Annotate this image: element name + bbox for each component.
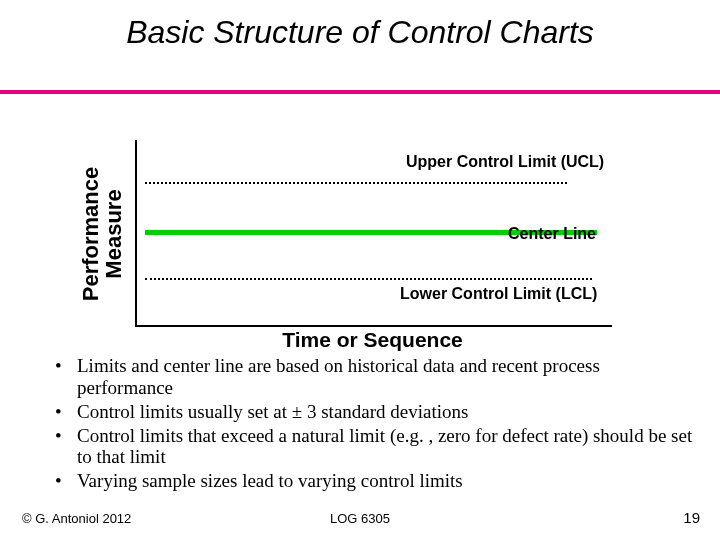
list-item: • Varying sample sizes lead to varying c… xyxy=(55,470,695,492)
bullet-icon: • xyxy=(55,401,77,423)
y-axis-label-line2: Measure xyxy=(102,167,125,302)
list-item: • Control limits that exceed a natural l… xyxy=(55,425,695,469)
list-item: • Control limits usually set at ± 3 stan… xyxy=(55,401,695,423)
lcl-label: Lower Control Limit (LCL) xyxy=(400,285,597,303)
bullet-text: Control limits usually set at ± 3 standa… xyxy=(77,401,695,423)
bullet-icon: • xyxy=(55,425,77,469)
footer-course: LOG 6305 xyxy=(0,511,720,526)
divider-rule xyxy=(0,90,720,94)
slide: Basic Structure of Control Charts Perfor… xyxy=(0,0,720,540)
bullet-text: Control limits that exceed a natural lim… xyxy=(77,425,695,469)
lcl-line xyxy=(145,278,592,280)
bullet-icon: • xyxy=(55,470,77,492)
y-axis-label: Performance Measure xyxy=(79,167,125,302)
bullet-text: Varying sample sizes lead to varying con… xyxy=(77,470,695,492)
slide-title: Basic Structure of Control Charts xyxy=(0,14,720,51)
ucl-line xyxy=(145,182,567,184)
bullet-icon: • xyxy=(55,355,77,399)
bullet-text: Limits and center line are based on hist… xyxy=(77,355,695,399)
ucl-label: Upper Control Limit (UCL) xyxy=(406,153,604,171)
center-line-label: Center Line xyxy=(508,225,596,243)
bullet-list: • Limits and center line are based on hi… xyxy=(55,355,695,494)
y-axis-label-line1: Performance xyxy=(79,167,102,302)
list-item: • Limits and center line are based on hi… xyxy=(55,355,695,399)
x-axis-label: Time or Sequence xyxy=(135,328,610,352)
page-number: 19 xyxy=(683,509,700,526)
